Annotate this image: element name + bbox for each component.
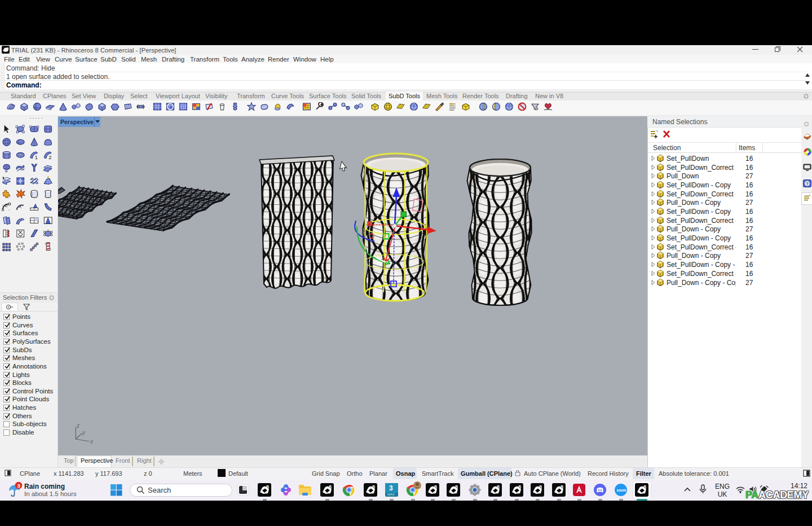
svg-text:x: x bbox=[90, 439, 94, 445]
svg-text:8: 8 bbox=[329, 484, 332, 490]
svg-text:z: z bbox=[76, 423, 80, 429]
svg-text:3: 3 bbox=[389, 484, 393, 492]
svg-text:8: 8 bbox=[518, 484, 521, 490]
svg-text:3: 3 bbox=[17, 483, 20, 489]
svg-text:?: ? bbox=[806, 181, 809, 186]
svg-text:MAX: MAX bbox=[387, 493, 395, 496]
svg-text:8: 8 bbox=[497, 484, 500, 490]
svg-text:8: 8 bbox=[434, 484, 437, 490]
svg-text:8: 8 bbox=[372, 484, 375, 490]
svg-text:y: y bbox=[82, 429, 86, 436]
svg-text:1: 1 bbox=[35, 155, 38, 160]
svg-text:8: 8 bbox=[455, 484, 458, 490]
svg-text:8: 8 bbox=[643, 484, 646, 490]
svg-text:zoom: zoom bbox=[617, 488, 626, 492]
svg-text:8: 8 bbox=[266, 484, 269, 490]
svg-text:8: 8 bbox=[7, 47, 9, 50]
svg-text:8: 8 bbox=[561, 484, 563, 490]
svg-text:8: 8 bbox=[539, 484, 542, 490]
svg-text:2: 2 bbox=[48, 155, 51, 160]
